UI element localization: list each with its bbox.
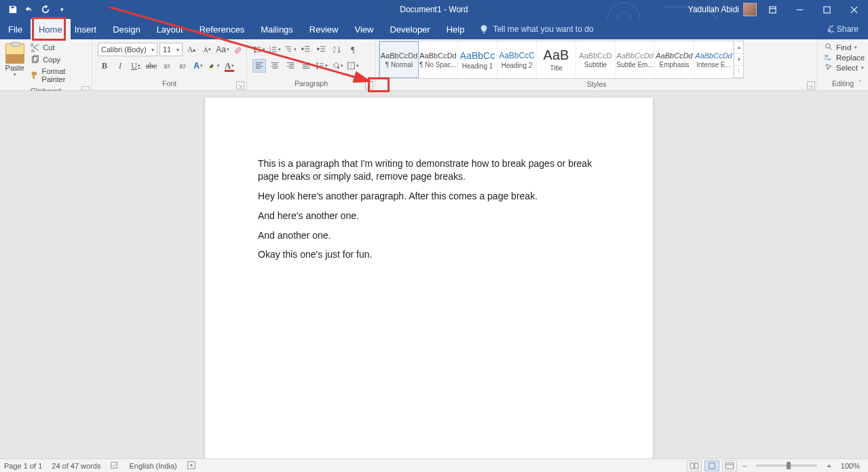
close-button[interactable]: [842, 1, 865, 18]
font-color-button[interactable]: A▾: [223, 59, 236, 73]
print-layout-button[interactable]: [704, 460, 719, 471]
subscript-button[interactable]: x2: [160, 59, 174, 73]
ribbon-display-options-button[interactable]: [761, 1, 784, 18]
underline-button[interactable]: U▾: [129, 59, 143, 73]
language-indicator[interactable]: English (India): [129, 462, 176, 470]
strikethrough-button[interactable]: abc: [145, 59, 158, 73]
spellcheck-icon[interactable]: [110, 460, 119, 471]
borders-button[interactable]: ▾: [346, 59, 360, 73]
macro-icon[interactable]: [187, 460, 196, 471]
line-spacing-button[interactable]: ▾: [315, 59, 328, 73]
maximize-button[interactable]: [815, 1, 838, 18]
zoom-level[interactable]: 100%: [837, 462, 864, 470]
style-subtitle[interactable]: AaBbCcDSubtitle: [576, 41, 616, 78]
bold-button[interactable]: B: [98, 59, 111, 73]
page-indicator[interactable]: Page 1 of 1: [4, 462, 42, 470]
tab-mailings[interactable]: Mailings: [252, 19, 301, 39]
document-area[interactable]: This is a paragraph that I'm writing to …: [0, 91, 868, 458]
cut-button[interactable]: Cut: [29, 42, 86, 53]
paragraph-4[interactable]: And another one.: [258, 229, 600, 242]
align-center-button[interactable]: [268, 59, 282, 73]
tab-insert[interactable]: Insert: [71, 19, 105, 39]
multilevel-list-button[interactable]: ▾: [284, 43, 297, 56]
style-no-spacing[interactable]: AaBbCcDd¶ No Spac...: [419, 41, 458, 78]
italic-button[interactable]: I: [113, 59, 127, 73]
save-button[interactable]: [5, 2, 20, 17]
ribbon: Paste ▾ Cut Copy Format Painter Clipboar…: [0, 39, 868, 91]
shrink-font-button[interactable]: A▾: [200, 43, 214, 56]
web-layout-button[interactable]: [722, 460, 737, 471]
change-case-button[interactable]: Aa▾: [216, 43, 229, 56]
text-effects-button[interactable]: A▾: [191, 59, 205, 73]
styles-launcher[interactable]: [807, 81, 815, 90]
tab-design[interactable]: Design: [105, 19, 148, 39]
gallery-scroll[interactable]: ▴▾⁞: [734, 41, 743, 78]
tab-help[interactable]: Help: [438, 19, 473, 39]
svg-rect-8: [209, 68, 214, 69]
tab-developer[interactable]: Developer: [381, 19, 438, 39]
style-emphasis[interactable]: AaBbCcDdEmphasis: [655, 41, 694, 78]
style-subtle-emphasis[interactable]: AaBbCcDdSubtle Em...: [616, 41, 655, 78]
grow-font-button[interactable]: A▴: [185, 43, 198, 56]
style-heading1[interactable]: AaBbCcHeading 1: [458, 41, 497, 78]
paste-dropdown[interactable]: ▾: [14, 72, 16, 77]
font-group-label: Font: [162, 79, 176, 87]
replace-button[interactable]: abacReplace: [825, 53, 865, 62]
font-size-combo[interactable]: 11▾: [159, 43, 183, 56]
paragraph-5[interactable]: Okay this one's just for fun.: [258, 248, 600, 261]
increase-indent-button[interactable]: [315, 43, 328, 56]
justify-button[interactable]: [299, 59, 313, 73]
align-left-button[interactable]: [252, 59, 266, 73]
paragraph-3[interactable]: And here's another one.: [258, 210, 600, 222]
zoom-in-button[interactable]: +: [824, 462, 833, 470]
superscript-button[interactable]: x2: [176, 59, 189, 73]
find-button[interactable]: Find▾: [825, 43, 865, 52]
style-normal[interactable]: AaBbCcDd¶ Normal: [379, 41, 419, 78]
qat-customize-button[interactable]: ▾: [54, 2, 69, 17]
paragraph-launcher[interactable]: [365, 81, 373, 90]
numbering-button[interactable]: 123▾: [268, 43, 282, 56]
collapse-ribbon-button[interactable]: ˆ: [854, 78, 865, 89]
user-avatar[interactable]: [743, 3, 757, 16]
redo-button[interactable]: [38, 2, 53, 17]
copy-icon: [31, 55, 40, 64]
tab-review[interactable]: Review: [301, 19, 347, 39]
style-heading2[interactable]: AaBbCcCHeading 2: [497, 41, 537, 78]
minimize-button[interactable]: [788, 1, 811, 18]
paste-button[interactable]: Paste: [5, 64, 24, 72]
styles-gallery[interactable]: AaBbCcDd¶ Normal AaBbCcDd¶ No Spac... Aa…: [379, 41, 744, 79]
paragraph-1[interactable]: This is a paragraph that I'm writing to …: [258, 157, 600, 183]
style-title[interactable]: AaBTitle: [537, 41, 576, 78]
svg-rect-22: [111, 462, 117, 468]
zoom-out-button[interactable]: −: [740, 462, 749, 470]
tab-references[interactable]: References: [191, 19, 252, 39]
read-mode-button[interactable]: [687, 460, 702, 471]
style-intense-emphasis[interactable]: AaBbCcDdIntense E...: [694, 41, 734, 78]
shading-button[interactable]: ▾: [331, 59, 344, 73]
bullets-button[interactable]: ▾: [252, 43, 266, 56]
page[interactable]: This is a paragraph that I'm writing to …: [205, 98, 653, 458]
tab-layout[interactable]: Layout: [149, 19, 191, 39]
decrease-indent-button[interactable]: [299, 43, 313, 56]
tab-home[interactable]: Home: [31, 19, 71, 39]
word-count[interactable]: 24 of 47 words: [52, 462, 100, 470]
tab-view[interactable]: View: [346, 19, 381, 39]
select-button[interactable]: Select▾: [825, 63, 865, 72]
highlight-button[interactable]: ▾: [207, 59, 221, 73]
font-launcher[interactable]: [236, 81, 244, 90]
tell-me-search[interactable]: Tell me what you want to do: [479, 19, 593, 39]
clear-formatting-button[interactable]: [231, 43, 245, 56]
group-paragraph: ▾ 123▾ ▾ AZ ¶ ▾ ▾ ▾ Paragraph: [247, 39, 376, 90]
zoom-slider[interactable]: [756, 465, 817, 467]
sort-button[interactable]: AZ: [331, 43, 344, 56]
undo-button[interactable]: [22, 2, 37, 17]
share-button[interactable]: Share: [816, 19, 868, 39]
format-painter-button[interactable]: Format Painter: [29, 66, 86, 84]
paragraph-2[interactable]: Hey look here's another paragraph. After…: [258, 190, 600, 203]
copy-button[interactable]: Copy: [29, 54, 86, 65]
tab-file[interactable]: File: [0, 19, 31, 39]
align-right-button[interactable]: [284, 59, 297, 73]
svg-text:A: A: [333, 45, 336, 50]
font-name-combo[interactable]: Calibri (Body)▾: [98, 43, 157, 56]
show-hide-button[interactable]: ¶: [346, 43, 360, 56]
